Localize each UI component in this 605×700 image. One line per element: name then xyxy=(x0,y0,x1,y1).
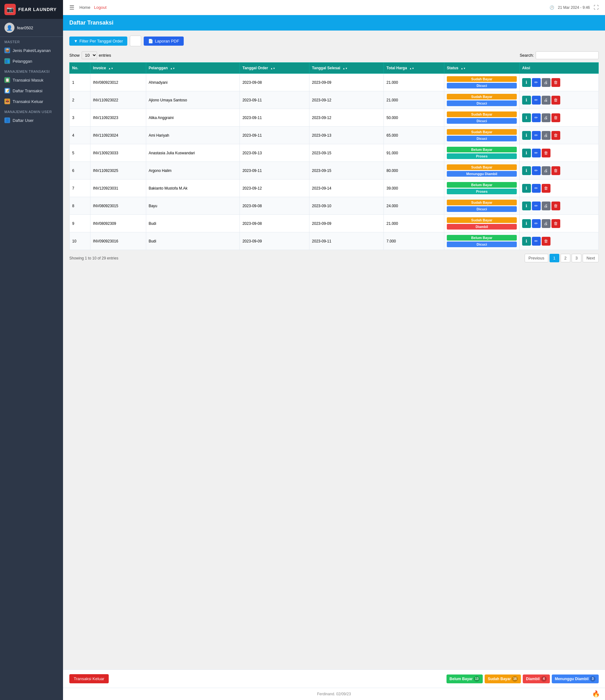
info-button[interactable]: ℹ xyxy=(522,184,531,193)
previous-button[interactable]: Previous xyxy=(525,254,548,262)
page-1-button[interactable]: 1 xyxy=(550,254,559,262)
cell-pelanggan: Budi xyxy=(146,215,240,232)
avatar: 👤 xyxy=(4,23,15,33)
table-row: 2 INV110923022 Ajiono Umaya Santoso 2023… xyxy=(70,91,599,109)
col-total-harga[interactable]: Total Harga ▲▼ xyxy=(384,62,444,74)
col-tanggal-selesai[interactable]: Tanggal Selesai ▲▼ xyxy=(310,62,384,74)
status-badge: Dicuci xyxy=(447,242,517,247)
status-badge: Dicuci xyxy=(447,100,517,106)
cell-tanggal-selesai: 2023-09-11 xyxy=(310,232,384,250)
filter-button[interactable]: ▼ Filter Per Tanggal Order xyxy=(69,36,127,46)
logout-link[interactable]: Logout xyxy=(94,5,106,10)
sidebar-item-daftar-transaksi[interactable]: 📝 Daftar Transaksi xyxy=(0,85,63,96)
delete-button[interactable]: 🗑 xyxy=(552,114,560,122)
delete-button[interactable]: 🗑 xyxy=(552,219,560,228)
master-section-label: Master xyxy=(0,37,63,45)
cell-total-harga: 39.000 xyxy=(384,179,444,197)
edit-button[interactable]: ✏ xyxy=(532,219,541,228)
cell-total-harga: 21.000 xyxy=(384,215,444,232)
info-button[interactable]: ℹ xyxy=(522,96,531,104)
page-3-button[interactable]: 3 xyxy=(572,254,581,262)
cell-tanggal-selesai: 2023-09-12 xyxy=(310,91,384,109)
print-button[interactable]: 🖨 xyxy=(542,131,551,140)
delete-button[interactable]: 🗑 xyxy=(552,96,560,104)
next-button[interactable]: Next xyxy=(583,254,599,262)
edit-button[interactable]: ✏ xyxy=(532,78,541,87)
cell-aksi: ℹ ✏ 🖨🗑 xyxy=(519,215,598,232)
hamburger-icon[interactable]: ☰ xyxy=(69,4,74,11)
info-button[interactable]: ℹ xyxy=(522,166,531,175)
delete-button[interactable]: 🗑 xyxy=(552,202,560,210)
cell-pelanggan: Alika Anggraini xyxy=(146,109,240,127)
edit-button[interactable]: ✏ xyxy=(532,166,541,175)
entries-select[interactable]: 10 25 50 xyxy=(81,51,97,59)
print-button[interactable]: 🖨 xyxy=(542,96,551,104)
info-button[interactable]: ℹ xyxy=(522,131,531,140)
sidebar-item-pelanggan[interactable]: 👥 Pelanggan xyxy=(0,56,63,67)
print-button[interactable]: 🖨 xyxy=(542,78,551,87)
col-tanggal-order[interactable]: Tanggal Order ▲▼ xyxy=(240,62,310,74)
print-button[interactable]: 🖨 xyxy=(542,166,551,175)
delete-button[interactable]: 🗑 xyxy=(552,78,560,87)
page-2-button[interactable]: 2 xyxy=(561,254,570,262)
sidebar-item-transaksi-masuk[interactable]: 📋 Transaksi Masuk xyxy=(0,75,63,85)
table-row: 3 INV110923023 Alika Anggraini 2023-09-1… xyxy=(70,109,599,127)
cell-aksi: ℹ ✏ 🗑 xyxy=(519,232,598,250)
cell-tanggal-selesai: 2023-09-09 xyxy=(310,74,384,91)
info-button[interactable]: ℹ xyxy=(522,149,531,157)
sidebar-item-daftar-user[interactable]: 👤 Daftar User xyxy=(0,115,63,126)
cell-invoice: INV090923016 xyxy=(91,232,146,250)
sidebar-item-jenis-paket[interactable]: 📦 Jenis Paket/Layanan xyxy=(0,45,63,56)
delete-button[interactable]: 🗑 xyxy=(542,237,551,246)
expand-icon[interactable]: ⛶ xyxy=(594,5,599,10)
belum-bayar-badge: Belum Bayar 13 xyxy=(446,675,483,683)
col-pelanggan[interactable]: Pelanggan ▲▼ xyxy=(146,62,240,74)
cell-invoice: INV110923022 xyxy=(91,91,146,109)
cell-status: Belum BayarProses xyxy=(444,179,519,197)
edit-button[interactable]: ✏ xyxy=(532,114,541,122)
cell-invoice: INV110923025 xyxy=(91,162,146,179)
col-invoice[interactable]: Invoice ▲▼ xyxy=(91,62,146,74)
print-button[interactable]: 🖨 xyxy=(542,202,551,210)
manajemen-admin-label: Manajemen Admin User xyxy=(0,107,63,115)
print-button[interactable]: 🖨 xyxy=(542,219,551,228)
edit-button[interactable]: ✏ xyxy=(532,237,541,246)
edit-button[interactable]: ✏ xyxy=(532,96,541,104)
cell-total-harga: 21.000 xyxy=(384,74,444,91)
edit-button[interactable]: ✏ xyxy=(532,184,541,193)
edit-button[interactable]: ✏ xyxy=(532,202,541,210)
footer: Ferdinand. 02/09/23 🔥 xyxy=(63,688,605,700)
cell-tanggal-order: 2023-09-08 xyxy=(240,74,310,91)
cell-no: 1 xyxy=(70,74,91,91)
menunggu-badge: Menunggu Diambil 3 xyxy=(552,675,599,683)
delete-button[interactable]: 🗑 xyxy=(542,149,551,157)
cell-total-harga: 7.000 xyxy=(384,232,444,250)
status-badge: Sudah Bayar xyxy=(447,200,517,205)
info-button[interactable]: ℹ xyxy=(522,114,531,122)
cell-no: 8 xyxy=(70,197,91,215)
sidebar-item-transaksi-keluar[interactable]: 📤 Transaksi Keluar xyxy=(0,96,63,107)
info-button[interactable]: ℹ xyxy=(522,219,531,228)
username: fear0502 xyxy=(17,25,33,30)
status-badge: Sudah Bayar xyxy=(447,111,517,117)
info-button[interactable]: ℹ xyxy=(522,78,531,87)
search-input[interactable] xyxy=(536,51,599,59)
cell-pelanggan: Argono Halim xyxy=(146,162,240,179)
delete-button[interactable]: 🗑 xyxy=(542,184,551,193)
home-link[interactable]: Home xyxy=(79,5,91,10)
pdf-button[interactable]: 📄 Laporan PDF xyxy=(144,36,184,46)
footer-text: Ferdinand. 02/09/23 xyxy=(317,692,351,696)
status-badge: Proses xyxy=(447,189,517,194)
transaksi-keluar-button[interactable]: Transaksi Keluar xyxy=(69,674,109,683)
edit-button[interactable]: ✏ xyxy=(532,149,541,157)
edit-button[interactable]: ✏ xyxy=(532,131,541,140)
cell-tanggal-order: 2023-09-11 xyxy=(240,162,310,179)
info-button[interactable]: ℹ xyxy=(522,237,531,246)
delete-button[interactable]: 🗑 xyxy=(552,131,560,140)
print-button[interactable]: 🖨 xyxy=(542,114,551,122)
info-button[interactable]: ℹ xyxy=(522,202,531,210)
delete-button[interactable]: 🗑 xyxy=(552,166,560,175)
col-status[interactable]: Status ▲▼ xyxy=(444,62,519,74)
cell-tanggal-order: 2023-09-11 xyxy=(240,91,310,109)
manajemen-transaksi-label: Manajemen Transaksi xyxy=(0,67,63,75)
